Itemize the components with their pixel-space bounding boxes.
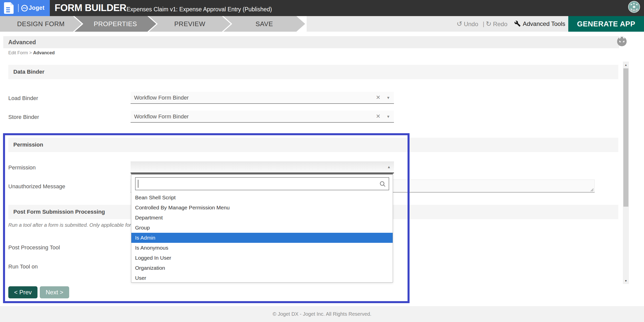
tab-save[interactable]: SAVE [223,16,305,32]
permission-label: Permission [8,164,36,171]
chevron-down-icon[interactable]: ▼ [386,114,390,119]
fullscreen-icon [619,37,624,42]
undo-label: Undo [464,21,478,27]
tab-preview[interactable]: PREVIEW [149,16,231,32]
tab-design-form[interactable]: DESIGN FORM [0,16,82,32]
dropdown-option[interactable]: Group [131,223,393,233]
redo-button[interactable]: ↻Redo [486,16,507,32]
breadcrumb-edit-form[interactable]: Edit Form [8,50,28,55]
toolbar-strip: ↺Undo | ↻Redo Advanced Tools [307,16,568,32]
logo-divider [18,4,19,12]
store-binder-label: Store Binder [8,114,39,120]
redo-label: Redo [493,21,507,27]
copyright-text: © Joget DX - Joget Inc. All Rights Reser… [0,311,644,317]
dropdown-option-selected[interactable]: Is Admin [131,233,393,243]
fullscreen-button[interactable] [617,37,627,46]
chevron-down-icon[interactable]: ▼ [386,96,390,100]
vertical-scrollbar[interactable]: ▲ ▼ [623,62,629,284]
post-processing-description: Run a tool after a form is submitted. On… [8,222,131,228]
next-button[interactable]: Next > [40,286,69,298]
dropdown-option[interactable]: Department [131,213,393,223]
dropdown-option[interactable]: User [131,273,393,283]
tab-label: SAVE [256,20,273,28]
load-binder-value: Workflow Form Binder [134,95,189,101]
clear-icon[interactable]: ✕ [376,113,380,120]
scrollbar-thumb[interactable] [623,68,628,207]
clear-icon[interactable]: ✕ [376,94,380,101]
wrench-icon [514,20,521,27]
footer: © Joget DX - Joget Inc. All Rights Reser… [0,306,644,322]
search-icon [379,180,386,188]
joget-logo-text: Joget [29,5,45,11]
store-binder-value: Workflow Form Binder [134,113,189,120]
tab-label: DESIGN FORM [17,20,65,28]
redo-icon: ↻ [486,20,492,28]
user-avatar[interactable]: admin [628,1,640,13]
dropdown-option[interactable]: Bean Shell Script [131,193,393,203]
textarea-resize-handle-icon[interactable] [590,188,594,192]
breadcrumb: Edit Form > Advanced [8,50,55,56]
chevron-up-icon: ▲ [387,165,391,169]
permission-dropdown-panel: Bean Shell Script Controlled By Manage P… [131,173,393,283]
load-binder-label: Load Binder [8,95,38,102]
prev-button[interactable]: < Prev [8,286,37,298]
store-binder-select[interactable]: Workflow Form Binder ✕ ▼ [131,111,394,123]
data-binder-section-header: Data Binder [8,65,618,79]
dropdown-option[interactable]: Organization [131,263,393,273]
dropdown-option[interactable]: Logged In User [131,253,393,263]
generate-app-button[interactable]: GENERATE APP [568,16,644,32]
unauthorized-message-label: Unauthorized Message [8,183,65,190]
run-tool-on-label: Run Tool on [8,263,38,270]
breadcrumb-current: Advanced [33,50,55,55]
app-title: FORM BUILDER [55,3,126,13]
advanced-tools-label: Advanced Tools [523,20,565,27]
tab-label: PROPERTIES [94,20,137,28]
dropdown-search-input[interactable] [135,177,389,190]
breadcrumb-separator: > [29,50,32,55]
form-subtitle: Expenses Claim v1: Expense Approval Entr… [127,6,272,13]
scroll-up-button[interactable]: ▲ [623,62,629,68]
post-processing-section-title: Post Form Submission Processing [13,209,105,215]
header-bar: Joget FORM BUILDER Expenses Claim v1: Ex… [0,0,644,16]
undo-icon: ↺ [457,20,462,28]
document-icon [4,2,14,14]
permission-select[interactable]: ▲ [131,161,394,173]
toolbar-divider: | [483,16,484,32]
permission-section-title: Permission [13,142,43,148]
advanced-tools-button[interactable]: Advanced Tools [514,16,565,32]
data-binder-section-title: Data Binder [13,69,44,75]
joget-logo-icon [21,5,28,12]
text-cursor [138,180,138,188]
tab-label: PREVIEW [174,20,205,28]
load-binder-select[interactable]: Workflow Form Binder ✕ ▼ [131,92,394,104]
page-header-bar: Advanced [3,36,619,48]
permission-section-header: Permission [8,138,618,152]
undo-button[interactable]: ↺Undo [457,16,478,32]
tab-properties[interactable]: PROPERTIES [74,16,156,32]
dropdown-option[interactable]: Controlled By Manage Permission Menu [131,203,393,213]
dropdown-option[interactable]: Is Anonymous [131,243,393,253]
page-title: Advanced [8,39,36,46]
scroll-down-button[interactable]: ▼ [623,278,629,284]
joget-logo-block[interactable]: Joget [0,0,50,16]
form-builder-screen: Joget FORM BUILDER Expenses Claim v1: Ex… [0,0,644,322]
post-processing-tool-label: Post Processing Tool [8,244,60,251]
